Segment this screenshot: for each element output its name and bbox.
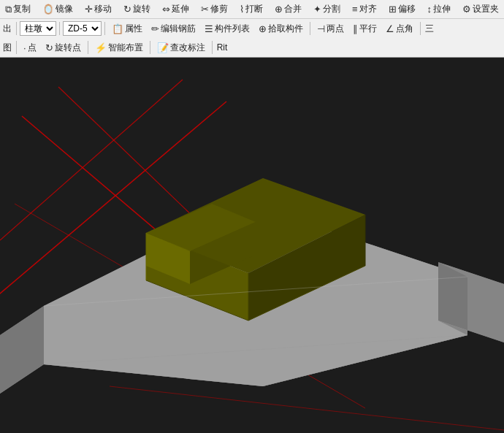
move-label: 移动: [94, 3, 112, 15]
sep-r3-2: [88, 41, 88, 54]
toolbar-row3: 图 · 点 ↻ 旋转点 ⚡ 智能布置 📝 查改标注 Rit: [0, 38, 504, 57]
sep-r2-2: [59, 22, 60, 35]
check-annotation-icon: 📝: [157, 42, 169, 53]
three-label: 三: [424, 23, 435, 35]
smart-layout-button[interactable]: ⚡ 智能布置: [91, 39, 147, 55]
twopoint-button[interactable]: ⊣ 两点: [313, 20, 348, 37]
component-list-label: 构件列表: [215, 23, 250, 35]
parallel-icon: ∥: [353, 23, 358, 34]
setclamp-icon: ⚙: [462, 4, 471, 15]
mirror-button[interactable]: 🪞 镜像: [39, 1, 77, 18]
scene-view: [0, 58, 504, 433]
rotate-icon: ↻: [123, 4, 131, 15]
toolbar: ⧉ 复制 🪞 镜像 ✛ 移动 ↻ 旋转 ⇔ 延伸 ✂ 修剪 ⌇: [0, 0, 504, 58]
pick-component-button[interactable]: ⊕ 拾取构件: [255, 20, 307, 37]
check-annotation-label: 查改标注: [170, 42, 205, 54]
stretch-label: 拉伸: [433, 3, 451, 15]
point-icon: ·: [23, 42, 26, 53]
sep-r2-5: [420, 22, 421, 35]
angle-label: 点角: [396, 23, 413, 35]
sep-r3-3: [150, 41, 150, 54]
copy-icon: ⧉: [5, 4, 12, 15]
twopoint-label: 两点: [327, 23, 344, 35]
out-label: 出: [1, 23, 13, 35]
toolbar-row1: ⧉ 复制 🪞 镜像 ✛ 移动 ↻ 旋转 ⇔ 延伸 ✂ 修剪 ⌇: [0, 0, 504, 19]
component-list-button[interactable]: ☰ 构件列表: [201, 20, 253, 37]
smart-layout-label: 智能布置: [108, 42, 143, 54]
component-list-icon: ☰: [205, 23, 213, 34]
sep-r3-4: [212, 41, 213, 54]
pick-component-icon: ⊕: [259, 23, 267, 34]
split-button[interactable]: ✦ 分割: [310, 1, 344, 18]
setclamp-button[interactable]: ⚙ 设置夹: [459, 1, 503, 18]
break-label: 打断: [245, 3, 263, 15]
properties-button[interactable]: 📋 属性: [108, 20, 146, 37]
twopoint-icon: ⊣: [317, 23, 325, 34]
mirror-icon: 🪞: [42, 4, 54, 15]
extend-button[interactable]: ⇔ 延伸: [159, 1, 193, 18]
trim-label: 修剪: [210, 3, 228, 15]
merge-button[interactable]: ⊕ 合并: [271, 1, 305, 18]
move-button[interactable]: ✛ 移动: [81, 1, 115, 18]
copy-button[interactable]: ⧉ 复制: [1, 1, 34, 18]
align-button[interactable]: ≡ 对齐: [348, 1, 381, 18]
split-icon: ✦: [313, 4, 321, 15]
dot-label: 图: [1, 42, 13, 54]
viewport[interactable]: [0, 58, 504, 433]
parallel-label: 平行: [359, 23, 377, 35]
angle-button[interactable]: ∠ 点角: [382, 20, 417, 37]
offset-label: 偏移: [398, 3, 416, 15]
stretch-button[interactable]: ↕ 拉伸: [424, 1, 455, 18]
split-label: 分割: [323, 3, 340, 15]
sep-r2-4: [310, 22, 310, 35]
rotate-button[interactable]: ↻ 旋转: [120, 1, 154, 18]
parallel-button[interactable]: ∥ 平行: [349, 20, 381, 37]
point-button[interactable]: · 点: [20, 39, 40, 55]
component-select[interactable]: ZD-5: [63, 21, 102, 36]
angle-icon: ∠: [386, 23, 394, 34]
trim-button[interactable]: ✂ 修剪: [197, 1, 232, 18]
point-label: 点: [28, 42, 37, 54]
check-annotation-button[interactable]: 📝 查改标注: [153, 39, 209, 55]
setclamp-label: 设置夹: [473, 3, 499, 15]
offset-button[interactable]: ⊞ 偏移: [385, 1, 419, 18]
sep-r2-3: [104, 22, 105, 35]
mirror-label: 镜像: [56, 3, 73, 15]
smart-layout-icon: ⚡: [95, 42, 107, 53]
break-button[interactable]: ⌇ 打断: [236, 1, 267, 18]
type-select[interactable]: 柱墩: [20, 21, 56, 36]
edit-rebar-button[interactable]: ✏ 编辑钢筋: [148, 20, 199, 37]
edit-rebar-label: 编辑钢筋: [161, 23, 196, 35]
break-icon: ⌇: [240, 4, 244, 15]
offset-icon: ⊞: [389, 4, 397, 15]
rotate-point-icon: ↻: [45, 42, 53, 53]
rotate-point-label: 旋转点: [55, 42, 81, 54]
properties-label: 属性: [125, 23, 142, 35]
merge-label: 合并: [284, 3, 302, 15]
trim-icon: ✂: [201, 4, 209, 15]
align-label: 对齐: [359, 3, 377, 15]
sep-r3-1: [16, 41, 17, 54]
extend-icon: ⇔: [162, 4, 170, 15]
pick-component-label: 拾取构件: [268, 23, 303, 35]
rotate-point-button[interactable]: ↻ 旋转点: [42, 39, 85, 55]
rotate-label: 旋转: [133, 3, 150, 15]
toolbar-row2: 出 柱墩 ZD-5 📋 属性 ✏ 编辑钢筋 ☰ 构件列表 ⊕ 拾取构件 ⊣ 两点: [0, 19, 504, 38]
rit-text: Rit: [215, 42, 229, 53]
sep-r2-1: [16, 22, 17, 35]
move-icon: ✛: [85, 4, 93, 15]
merge-icon: ⊕: [275, 4, 283, 15]
properties-icon: 📋: [112, 23, 123, 34]
extend-label: 延伸: [172, 3, 189, 15]
stretch-icon: ↕: [427, 4, 432, 15]
edit-rebar-icon: ✏: [151, 23, 159, 34]
copy-label: 复制: [13, 3, 31, 15]
align-icon: ≡: [352, 4, 358, 15]
